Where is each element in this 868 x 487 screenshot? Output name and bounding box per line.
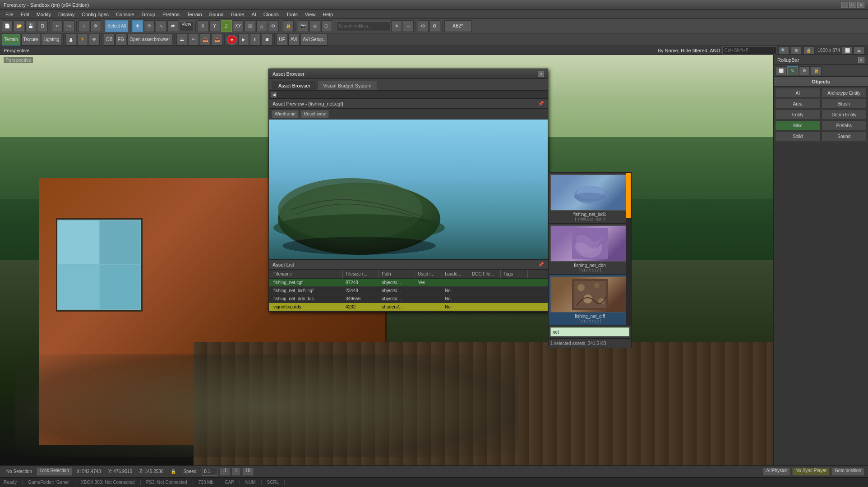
col-filename[interactable]: Filename [271,270,343,278]
path-back-btn[interactable]: ◀ [271,92,277,98]
tab-asset-browser[interactable]: Asset Browser [272,81,316,90]
viewport-search-btn[interactable]: 🔍 [778,46,789,55]
minimize-btn[interactable]: _ [841,2,848,8]
y-axis-btn[interactable]: Y [209,20,220,32]
xy-btn[interactable]: XY [233,20,244,32]
menu-sound[interactable]: Sound [206,11,227,18]
terrain-import-btn[interactable]: 📥 [212,34,222,46]
play-btn[interactable]: ▶ [238,34,249,46]
col-path[interactable]: Path [379,270,415,278]
wireframe-btn[interactable]: Wireframe [272,110,299,118]
uf-btn[interactable]: UF [277,34,287,46]
thumb-search-input[interactable] [550,327,629,336]
speed-opt-2[interactable]: 1 [232,468,241,476]
obj-btn-solid[interactable]: Solid [775,131,821,141]
asset-browser-close-btn[interactable]: × [538,71,544,77]
menu-group[interactable]: Group [138,11,159,18]
obj-toolbar-btn3[interactable]: ⚙ [799,66,810,75]
viewport-maximize-btn[interactable]: ⬜ [842,46,853,55]
menu-game[interactable]: Game [227,11,248,18]
avi-setup-btn[interactable]: AVI Setup.. [300,34,328,46]
mirror-btn[interactable]: ⇄ [167,20,178,32]
menu-ai[interactable]: AI [248,11,259,18]
layers-btn[interactable]: ⊕ [309,20,320,32]
goto-position-btn[interactable]: Goto position [831,468,864,476]
tab-visual-budget[interactable]: Visual Budget System [317,81,377,90]
menu-tools[interactable]: Tools [282,11,301,18]
preview-viewport[interactable] [269,119,548,259]
rotate-btn[interactable]: ⟳ [144,20,155,32]
prefab-icon-btn[interactable]: ⬡ [321,20,332,32]
stop-btn[interactable]: ⏹ [262,34,272,46]
viewport-menu-btn[interactable]: ☰ [854,46,864,55]
list-item[interactable]: fishing_net_lod1 [ Tris/LOD: 836 ] [549,173,631,224]
terrain-export-btn[interactable]: 📤 [200,34,211,46]
close-btn[interactable]: × [857,2,864,8]
lighting-btn[interactable]: Lighting [41,34,61,46]
list-item[interactable]: fishing_net_diff [ 512 x 512 ] [549,275,631,326]
viewport-lock-btn[interactable]: 🔒 [803,46,814,55]
table-row[interactable]: vignetting.dds 4232 shaders/... No [269,303,548,311]
save-btn[interactable]: 💾 [25,20,36,32]
asset-list-pin-btn[interactable]: 📌 [538,262,544,268]
menu-config-spec[interactable]: Config Spec [78,11,112,18]
obj-toolbar-btn1[interactable]: ⬜ [776,66,786,75]
menu-help[interactable]: Help [319,11,337,18]
no-sync-btn[interactable]: No Sync Player [792,468,830,476]
fg-btn[interactable]: FG [115,34,126,46]
obj-btn-brush[interactable]: Brush [822,99,867,109]
obj-btn-prefabs[interactable]: Prefabs [822,120,867,130]
obj-btn-misc[interactable]: Misc [775,120,821,130]
menu-modify[interactable]: Modify [33,11,55,18]
menu-clouds[interactable]: Clouds [260,11,282,18]
speed-opt-3[interactable]: 10 [242,468,254,476]
obj-btn-geom-entity[interactable]: Geom Entity [822,110,867,119]
undo-btn[interactable]: ↩ [52,20,63,32]
col-filesize[interactable]: Filesize (... [343,270,379,278]
table-row[interactable]: fishing_net_ddn.dds 349656 objects/... N… [269,295,548,303]
col-dcc[interactable]: DCC File... [469,270,501,278]
physics-btn[interactable]: ⚙ [418,20,429,32]
pause-btn[interactable]: ⏸ [250,34,261,46]
obj-btn-archetype[interactable]: Archetype Entity [822,88,867,98]
t3-btn[interactable]: 👁 [89,34,100,46]
asset-preview-pin-btn[interactable]: 📌 [538,101,544,107]
obj-btn-entity[interactable]: Entity [775,110,821,119]
menu-display[interactable]: Display [55,11,78,18]
redo-btn[interactable]: ↪ [64,20,74,32]
objects-panel-close-btn[interactable]: × [858,57,864,63]
menu-edit[interactable]: Edit [17,11,33,18]
move-btn[interactable]: ✥ [90,20,101,32]
table-row[interactable]: fishing_net.cgf 87248 objects/... Yes [269,279,548,287]
col-used[interactable]: Used i... [415,270,442,278]
col-tags[interactable]: Tags [501,270,528,278]
texture-btn[interactable]: Texture [21,34,41,46]
speed-opt-1[interactable]: .1 [220,468,230,476]
select-all-btn[interactable]: Select All [105,20,128,32]
ai-physics-btn[interactable]: AI/Physics [763,468,790,476]
open-btn[interactable]: 📂 [14,20,24,32]
x-axis-btn[interactable]: X [198,20,208,32]
terrain-edit-btn[interactable]: ✏ [188,34,199,46]
menu-view[interactable]: View [301,11,319,18]
list-item[interactable]: fishing_net_ddn [ 512 x 512 ] [549,224,631,275]
search-entities-input[interactable] [336,21,390,31]
terrain-paint-btn[interactable]: ⛰ [176,34,187,46]
viewport-settings-btn[interactable]: ⚙ [791,46,802,55]
t1-btn[interactable]: ⛄ [65,34,76,46]
create-entity-btn[interactable]: ✚ [132,20,143,32]
save-as-btn[interactable]: 🗒 [37,20,48,32]
settings-btn[interactable]: ⚙ [268,20,279,32]
cam-btn[interactable]: 📷 [298,20,309,32]
col-loaded[interactable]: Loade... [442,270,469,278]
scale-btn[interactable]: ⤡ [156,20,166,32]
search-go-btn[interactable]: → [403,20,414,32]
avi-btn[interactable]: AVI [288,34,300,46]
record-btn[interactable]: ● [226,35,237,45]
speed-input[interactable] [202,468,218,476]
open-asset-browser-btn[interactable]: Open asset browser [127,34,172,46]
grid-btn[interactable]: ⊞ [245,20,255,32]
z-axis-btn[interactable]: Z [221,20,232,32]
obj-toolbar-btn4[interactable]: 🔒 [811,66,822,75]
viewport-search-input[interactable] [722,46,776,55]
